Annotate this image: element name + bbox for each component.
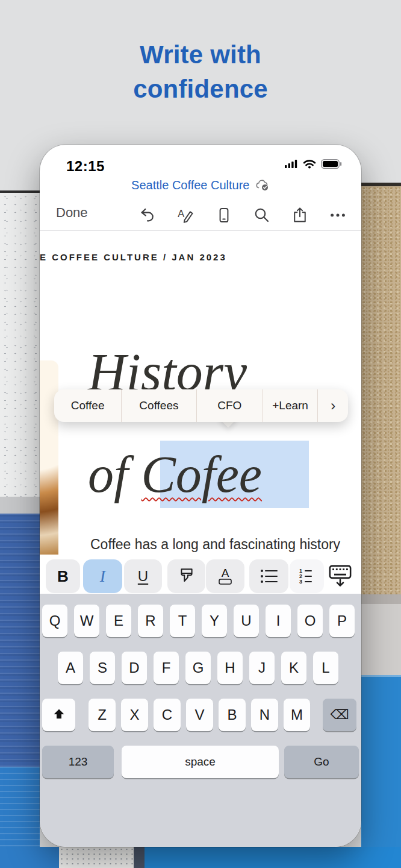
numbered-list-button[interactable]: 123 (290, 559, 324, 593)
key-n[interactable]: N (251, 699, 278, 731)
svg-text:3: 3 (299, 579, 302, 585)
hero-caption: Write with confidence (0, 37, 401, 106)
key-a[interactable]: A (58, 652, 83, 684)
heading-prefix: of (88, 445, 141, 503)
search-icon[interactable] (253, 206, 271, 224)
cloud-sync-icon (255, 180, 270, 191)
key-x[interactable]: X (121, 699, 148, 731)
para-prefix: Coffee has a long and fascinating histor… (90, 536, 340, 555)
cork-board (361, 183, 401, 598)
highlighter-icon (178, 567, 196, 586)
status-time: 12:15 (66, 158, 105, 175)
suggestion-coffees[interactable]: Coffees (122, 389, 196, 422)
cork-ledge (361, 594, 401, 604)
undo-icon[interactable] (138, 206, 157, 224)
phone-mockup: 12:15 (40, 145, 361, 847)
key-r[interactable]: R (138, 605, 163, 637)
key-f[interactable]: F (154, 652, 179, 684)
underline-button[interactable]: U (124, 559, 162, 593)
mobile-view-icon[interactable] (216, 206, 232, 224)
suggestion-cfo[interactable]: CFO (197, 389, 263, 422)
signal-bars-icon (285, 159, 298, 169)
blue-panel-left (0, 514, 40, 767)
numbers-key[interactable]: 123 (42, 746, 114, 778)
autocorrect-popup: Coffee Coffees CFO +Learn › (54, 389, 348, 422)
share-icon[interactable] (291, 206, 308, 224)
hero-line1: Write with (0, 37, 401, 72)
go-key[interactable]: Go (284, 746, 359, 778)
key-t[interactable]: T (170, 605, 195, 637)
slate-strip-bottom (134, 847, 145, 868)
suggestions-more-chevron[interactable]: › (318, 389, 348, 422)
key-o[interactable]: O (297, 605, 323, 637)
key-z[interactable]: Z (89, 699, 116, 731)
key-w[interactable]: W (74, 605, 99, 637)
shift-icon (52, 708, 66, 722)
font-color-box (218, 579, 232, 585)
key-d[interactable]: D (122, 652, 147, 684)
white-strip-bottom (59, 847, 134, 868)
key-j[interactable]: J (249, 652, 275, 684)
whiteboard-panel (0, 190, 40, 502)
hero-line2: confidence (0, 72, 401, 106)
done-button[interactable]: Done (56, 205, 88, 221)
doc-title-row: Seattle Coffee Culture (40, 178, 361, 192)
key-b[interactable]: B (219, 699, 246, 731)
suggestion-learn[interactable]: +Learn (263, 389, 318, 422)
key-u[interactable]: U (234, 605, 259, 637)
wall-strip (0, 497, 40, 514)
doc-paragraph: Coffee has a long and fascinating histor… (90, 531, 361, 555)
bold-button[interactable]: B (46, 559, 80, 593)
doc-title[interactable]: Seattle Coffee Culture (131, 178, 249, 192)
bullet-list-icon (260, 568, 279, 584)
shift-key[interactable] (42, 699, 75, 731)
key-c[interactable]: C (154, 699, 181, 731)
italic-button[interactable]: I (83, 559, 122, 593)
status-bar: 12:15 (40, 156, 361, 176)
wifi-icon (303, 159, 316, 169)
highlighter-button[interactable] (167, 559, 205, 593)
more-icon[interactable] (329, 206, 347, 224)
ink-editor-icon[interactable]: A (177, 206, 195, 224)
font-color-letter: A (222, 568, 229, 579)
misspelled-word-cofee[interactable]: Cofee (141, 445, 262, 503)
wall-right (361, 604, 401, 675)
key-m[interactable]: M (284, 699, 310, 731)
svg-text:A: A (178, 208, 184, 219)
dismiss-keyboard-button[interactable] (325, 559, 356, 593)
key-i[interactable]: I (266, 605, 291, 637)
battery-icon (321, 159, 342, 169)
blue-tiles-bottom-right (145, 847, 401, 868)
key-k[interactable]: K (281, 652, 306, 684)
doc-breadcrumb: E COFFEE CULTURE / JAN 2023 (40, 252, 227, 262)
key-g[interactable]: G (185, 652, 211, 684)
backspace-key[interactable]: ⌫ (323, 699, 356, 731)
top-toolbar: Done A (40, 200, 361, 230)
key-v[interactable]: V (186, 699, 213, 731)
key-y[interactable]: Y (202, 605, 227, 637)
space-key[interactable]: space (122, 746, 279, 778)
blue-tiles-right (361, 675, 401, 868)
suggestion-coffee[interactable]: Coffee (54, 389, 122, 422)
key-h[interactable]: H (217, 652, 243, 684)
doc-heading-line2: of Cofee (88, 441, 262, 508)
key-l[interactable]: L (313, 652, 338, 684)
numbered-list-icon: 123 (298, 568, 316, 585)
key-p[interactable]: P (329, 605, 355, 637)
key-q[interactable]: Q (42, 605, 67, 637)
document-canvas[interactable]: E COFFEE CULTURE / JAN 2023 History of C… (40, 231, 361, 555)
blue-tiles-bottom-left (0, 847, 59, 868)
key-e[interactable]: E (106, 605, 131, 637)
font-color-button[interactable]: A (206, 559, 244, 593)
dismiss-keyboard-icon (328, 564, 352, 588)
key-s[interactable]: S (90, 652, 115, 684)
formatting-bar: B I U A 123 (40, 555, 361, 594)
bullet-list-button[interactable] (249, 559, 288, 593)
keyboard: Q W E R T Y U I O P A S D F G H J K L Z … (40, 594, 361, 847)
